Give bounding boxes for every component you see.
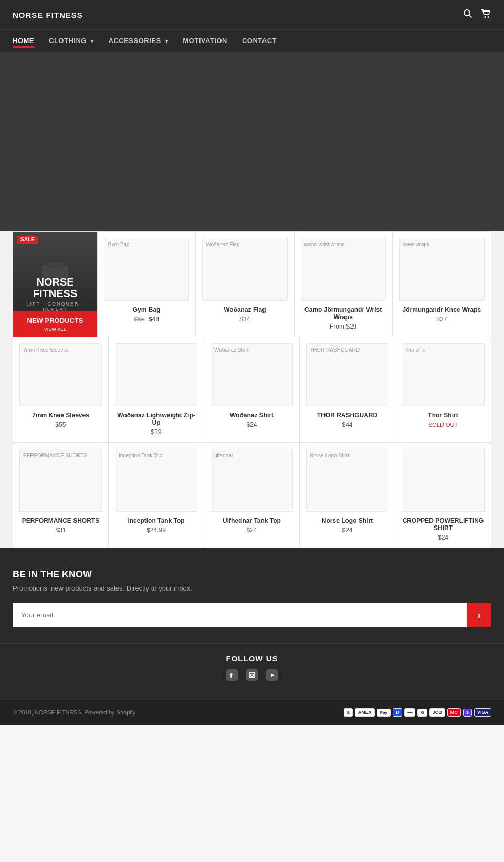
follow-section: FOLLOW US f <box>0 643 504 699</box>
product-card-gym-bag[interactable]: Gym Bag Gym Bag $55 $48 <box>98 232 196 337</box>
featured-brand: NORSE FITNESS <box>13 276 97 299</box>
product-card-ulfhednar-tank[interactable]: ulfednar Ulfhednar Tank Top $24 <box>204 443 300 548</box>
nav-item-clothing[interactable]: CLOTHING ▾ <box>49 37 94 46</box>
svg-rect-5 <box>47 262 63 268</box>
arrow-right-icon: › <box>477 609 481 621</box>
chevron-down-icon: ▾ <box>165 38 169 44</box>
new-products-label: NEW PRODUCTS VIEW ALL <box>13 311 97 337</box>
product-image-zip-up <box>115 343 197 406</box>
product-card-inception-tank[interactable]: Inception Tank Top Inception Tank Top $2… <box>109 443 204 548</box>
product-card-thor-rashguard[interactable]: THOR RASHGUARD THOR RASHGUARD $44 <box>300 337 395 442</box>
product-image-cropped-shirt <box>402 449 485 512</box>
svg-point-2 <box>485 16 486 18</box>
thor-shirt-price: SOLD OUT <box>402 421 485 428</box>
payment-discover: — <box>404 708 415 717</box>
product-image-knee-wraps: knee wraps <box>399 238 485 301</box>
newsletter-submit-button[interactable]: › <box>467 603 491 627</box>
newsletter-subtitle: Promotions, new products and sales. Dire… <box>13 584 491 592</box>
search-icon[interactable] <box>463 9 472 21</box>
product-row-2: 7mm Knee Sleeves 7mm Knee Sleeves $55 Wo… <box>13 337 491 443</box>
instagram-icon[interactable] <box>246 669 258 684</box>
product-image-wrist-wraps: camo wrist wraps <box>301 238 386 301</box>
svg-point-3 <box>488 16 489 18</box>
product-image-norse-logo-shirt: Norse Logo Shirt <box>306 449 388 512</box>
product-image-thor-rashguard: THOR RASHGUARD <box>306 343 388 406</box>
payment-mastercard: MC <box>447 708 461 717</box>
newsletter-form: › <box>13 603 491 627</box>
product-image-thor-shirt: thor shirt <box>402 343 485 406</box>
payment-gpay: G <box>417 709 427 717</box>
nav-item-contact[interactable]: CONTACT <box>242 37 277 46</box>
products-container: SALE NORSE FITNESS LIFT · CONQUER · REPE… <box>13 231 491 548</box>
nav-item-accessories[interactable]: ACCESSORIES ▾ <box>109 37 169 46</box>
nav-item-home[interactable]: HOME <box>13 37 34 46</box>
product-price-wrist-wraps: From $29 <box>301 323 386 330</box>
payment-icons: a AMEX Pay D — G JCB MC S VISA <box>344 708 491 717</box>
follow-icons: f <box>13 669 491 684</box>
product-card-wrist-wraps[interactable]: camo wrist wraps Camo Jörmungandr Wrist … <box>295 232 393 337</box>
copyright: © 2018, NORSE FITNESS. Powered by Shopif… <box>13 709 135 716</box>
svg-text:f: f <box>230 671 233 679</box>
newsletter-title: BE IN THE KNOW <box>13 569 491 580</box>
svg-rect-8 <box>246 669 258 681</box>
featured-banner[interactable]: SALE NORSE FITNESS LIFT · CONQUER · REPE… <box>13 232 97 337</box>
featured-banner-text-block: NORSE FITNESS LIFT · CONQUER · REPEAT <box>13 276 97 312</box>
product-image-ulfhednar-tank: ulfednar <box>211 449 293 512</box>
product-price-knee-wraps: $37 <box>399 316 485 323</box>
svg-line-1 <box>469 15 472 17</box>
featured-tagline: LIFT · CONQUER · REPEAT <box>13 301 97 312</box>
navigation: HOME CLOTHING ▾ ACCESSORIES ▾ MOTIVATION… <box>0 29 504 52</box>
product-card-cropped-shirt[interactable]: CROPPED POWERLIFTING SHIRT $24 <box>395 443 491 548</box>
header-icons <box>463 9 491 21</box>
newsletter-section: BE IN THE KNOW Promotions, new products … <box>0 548 504 643</box>
product-card-knee-wraps[interactable]: knee wraps Jörmungandr Knee Wraps $37 <box>393 232 491 337</box>
youtube-icon[interactable] <box>266 669 278 684</box>
payment-amex: AMEX <box>355 708 375 717</box>
featured-row: SALE NORSE FITNESS LIFT · CONQUER · REPE… <box>13 232 491 337</box>
product-price-flag: $34 <box>202 316 287 323</box>
product-card-performance-shorts[interactable]: PERFORMANCE SHORTS PERFORMANCE SHORTS $3… <box>13 443 109 548</box>
product-image-wodanaz-shirt: Woðanaz Shirt <box>211 343 293 406</box>
product-image-gym-bag: Gym Bag <box>104 238 189 301</box>
follow-title: FOLLOW US <box>13 654 491 663</box>
payment-applepay: Pay <box>377 709 391 717</box>
payment-amazon: a <box>344 708 353 717</box>
product-card-flag[interactable]: Woðanaz Flag Woðanaz Flag $34 <box>196 232 294 337</box>
payment-diners: D <box>393 708 403 717</box>
product-card-thor-shirt[interactable]: thor shirt Thor Shirt SOLD OUT <box>395 337 491 442</box>
sale-badge: SALE <box>17 236 38 244</box>
logo: NORSE FITNESS <box>13 10 83 19</box>
product-row-3: PERFORMANCE SHORTS PERFORMANCE SHORTS $3… <box>13 443 491 548</box>
product-card-wodanaz-shirt[interactable]: Woðanaz Shirt Woðanaz Shirt $24 <box>204 337 300 442</box>
footer-bottom: © 2018, NORSE FITNESS. Powered by Shopif… <box>0 699 504 725</box>
newsletter-email-input[interactable] <box>13 603 467 627</box>
product-image-knee-sleeves: 7mm Knee Sleeves <box>19 343 102 406</box>
facebook-icon[interactable]: f <box>226 669 238 684</box>
product-card-knee-sleeves[interactable]: 7mm Knee Sleeves 7mm Knee Sleeves $55 <box>13 337 109 442</box>
chevron-down-icon: ▾ <box>91 38 94 44</box>
hero-banner <box>0 52 504 231</box>
nav-item-motivation[interactable]: MOTIVATION <box>183 37 227 46</box>
product-image-flag: Woðanaz Flag <box>202 238 287 301</box>
product-image-inception-tank: Inception Tank Top <box>115 449 197 512</box>
product-image-performance-shorts: PERFORMANCE SHORTS <box>19 449 102 512</box>
payment-jcb: JCB <box>429 708 445 717</box>
cart-icon[interactable] <box>481 9 491 21</box>
payment-shoppay: S <box>463 709 472 717</box>
payment-visa: VISA <box>474 708 491 717</box>
products-grid-row1: Gym Bag Gym Bag $55 $48 Woðanaz Flag Woð… <box>97 232 491 337</box>
products-section: SALE NORSE FITNESS LIFT · CONQUER · REPE… <box>0 231 504 548</box>
header: NORSE FITNESS <box>0 0 504 29</box>
svg-point-11 <box>254 672 255 674</box>
product-card-norse-logo-shirt[interactable]: Norse Logo Shirt Norse Logo Shirt $24 <box>300 443 395 548</box>
product-card-zip-up[interactable]: Woðanaz Lightweight Zip-Up $39 <box>109 337 204 442</box>
product-price-gym-bag: $55 $48 <box>104 316 189 323</box>
